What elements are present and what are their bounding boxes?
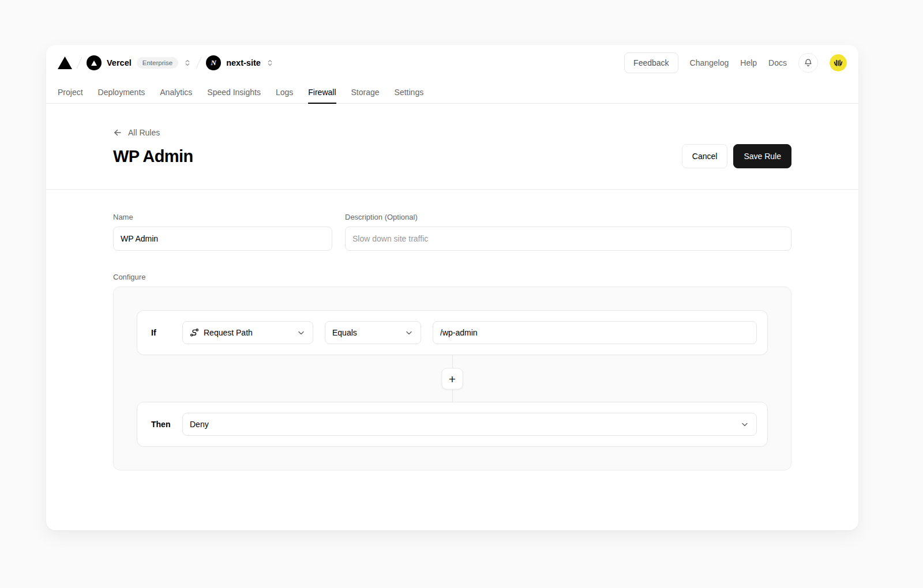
team-avatar — [87, 55, 102, 70]
tab-speed-insights[interactable]: Speed Insights — [207, 81, 261, 103]
save-rule-button[interactable]: Save Rule — [733, 144, 791, 168]
chevrons-updown-icon — [183, 59, 192, 67]
plan-badge: Enterprise — [137, 57, 178, 69]
team-name: Vercel — [107, 58, 132, 67]
rule-form: Name Description (Optional) Configure If — [46, 190, 858, 497]
name-input[interactable] — [113, 227, 332, 251]
description-input[interactable] — [345, 227, 791, 251]
route-icon — [190, 328, 199, 337]
chevron-down-icon — [297, 328, 306, 337]
top-actions: Feedback Changelog Help Docs — [624, 52, 847, 73]
tab-settings[interactable]: Settings — [395, 81, 424, 103]
condition-operator-select[interactable]: Equals — [325, 321, 421, 344]
tab-deployments[interactable]: Deployments — [98, 81, 145, 103]
vercel-logo-icon[interactable] — [58, 56, 72, 69]
top-bar: Vercel Enterprise N next-site Feedback C… — [46, 45, 858, 81]
project-name: next-site — [226, 58, 261, 67]
name-label: Name — [113, 213, 332, 221]
bell-icon — [804, 58, 813, 67]
cancel-button[interactable]: Cancel — [682, 144, 728, 168]
back-arrow-icon — [113, 128, 122, 137]
configure-label: Configure — [113, 273, 791, 281]
project-nav-tabs: Project Deployments Analytics Speed Insi… — [46, 81, 858, 104]
tab-storage[interactable]: Storage — [351, 81, 380, 103]
condition-value-input[interactable] — [433, 321, 757, 344]
tab-logs[interactable]: Logs — [276, 81, 293, 103]
tab-project[interactable]: Project — [58, 81, 83, 103]
condition-operator-value: Equals — [332, 328, 357, 337]
condition-card: If Request Path — [137, 310, 768, 355]
rule-builder: If Request Path — [113, 287, 791, 470]
action-select[interactable]: Deny — [182, 413, 757, 436]
chevron-down-icon — [740, 420, 749, 429]
page-title: WP Admin — [113, 147, 193, 166]
chevrons-updown-icon — [266, 59, 274, 67]
tab-firewall[interactable]: Firewall — [308, 81, 336, 103]
action-card: Then Deny — [137, 402, 768, 447]
add-condition-button[interactable]: + — [442, 368, 463, 389]
condition-field-select[interactable]: Request Path — [182, 321, 313, 344]
chevron-down-icon — [404, 328, 414, 337]
condition-field-value: Request Path — [204, 328, 253, 337]
breadcrumb-separator — [77, 57, 82, 69]
project-switcher[interactable]: N next-site — [206, 55, 274, 70]
breadcrumb: Vercel Enterprise N next-site — [58, 55, 274, 70]
plus-icon: + — [449, 372, 456, 385]
condition-connector: + — [137, 355, 768, 402]
nextjs-logo-icon: N — [206, 55, 221, 70]
breadcrumb-separator — [196, 57, 202, 69]
then-label: Then — [148, 420, 171, 429]
changelog-link[interactable]: Changelog — [690, 58, 729, 67]
description-label: Description (Optional) — [345, 213, 791, 221]
back-link-label: All Rules — [128, 128, 160, 137]
docs-link[interactable]: Docs — [768, 58, 787, 67]
notifications-button[interactable] — [798, 53, 818, 73]
tab-analytics[interactable]: Analytics — [160, 81, 192, 103]
dashboard-card: Vercel Enterprise N next-site Feedback C… — [46, 45, 858, 530]
action-value: Deny — [190, 420, 209, 429]
feedback-button[interactable]: Feedback — [624, 52, 678, 73]
team-switcher[interactable]: Vercel Enterprise — [87, 55, 192, 70]
help-link[interactable]: Help — [740, 58, 757, 67]
page-header: All Rules WP Admin Cancel Save Rule — [46, 104, 858, 190]
all-rules-back-link[interactable]: All Rules — [113, 128, 160, 137]
user-avatar[interactable] — [830, 54, 847, 71]
if-label: If — [148, 328, 171, 337]
